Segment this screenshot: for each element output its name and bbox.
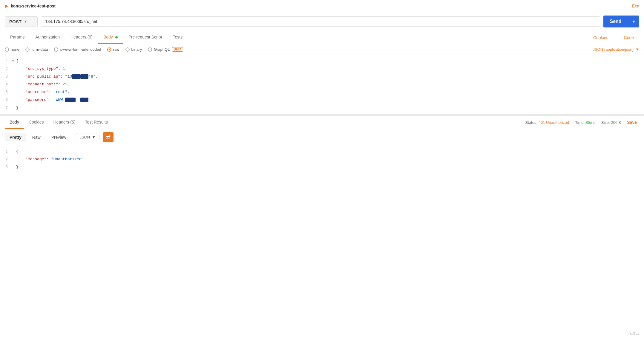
- send-dropdown-arrow[interactable]: ▼: [628, 19, 639, 24]
- response-tabs: Body Cookies Headers (5) Test Results St…: [0, 116, 644, 129]
- request-row: POST ▼ Send ▼: [0, 12, 644, 31]
- request-tabs: Params Authorization Headers (9) Body Pr…: [0, 31, 644, 44]
- radio-urlencoded: [54, 47, 58, 52]
- response-body-code: 1 { 2 "message": "Unauthorized" 3 }: [0, 145, 644, 173]
- tab-pre-request[interactable]: Pre-request Script: [123, 31, 168, 44]
- resp-code-line-2: 2 "message": "Unauthorized": [0, 155, 644, 163]
- response-area: Body Cookies Headers (5) Test Results St…: [0, 116, 644, 173]
- radio-none: [5, 47, 9, 52]
- body-type-raw[interactable]: raw: [107, 47, 119, 52]
- send-button[interactable]: Send ▼: [603, 16, 639, 27]
- tab-cookies-right[interactable]: Cookies: [588, 32, 614, 44]
- radio-form-data: [25, 47, 30, 52]
- method-dropdown-arrow: ▼: [24, 19, 27, 24]
- expand-icon[interactable]: ▶: [5, 3, 8, 9]
- time-label: Time: 85ms: [575, 120, 595, 125]
- url-input[interactable]: [41, 16, 600, 27]
- tab-body[interactable]: Body: [98, 31, 123, 44]
- resp-tab-cookies[interactable]: Cookies: [24, 116, 49, 129]
- json-selector[interactable]: JSON (application/json) ▼: [593, 47, 639, 52]
- status-label: Status: 401 Unauthorized: [525, 120, 569, 125]
- status-value: 401 Unauthorized: [539, 120, 569, 125]
- resp-code-line-3: 3 }: [0, 163, 644, 171]
- resp-tab-headers[interactable]: Headers (5): [49, 116, 80, 129]
- tab-params[interactable]: Params: [5, 31, 30, 44]
- method-select[interactable]: POST ▼: [5, 16, 38, 27]
- size-value: 206 B: [611, 120, 621, 125]
- tab-authorization[interactable]: Authorization: [30, 31, 65, 44]
- request-title: kong-service-test-post: [11, 4, 56, 8]
- code-line-2: 2 "src_sys_type": 1,: [0, 65, 644, 73]
- request-body-code[interactable]: 1 ▼ { 2 "src_sys_type": 1, 3 "src_public…: [0, 55, 644, 116]
- request-tabs-right: Cookies Code: [588, 32, 639, 44]
- tab-tests[interactable]: Tests: [168, 31, 188, 44]
- body-type-form-data[interactable]: form-data: [25, 47, 48, 52]
- body-type-binary[interactable]: binary: [125, 47, 142, 52]
- wrap-button[interactable]: ⇄: [103, 132, 114, 142]
- resp-tab-body[interactable]: Body: [5, 116, 24, 129]
- body-type-none[interactable]: none: [5, 47, 19, 52]
- body-type-row: none form-data x-www-form-urlencoded raw…: [0, 44, 644, 55]
- response-status-bar: Status: 401 Unauthorized Time: 85ms Size…: [525, 120, 639, 125]
- format-select[interactable]: JSON ▼: [76, 133, 100, 141]
- json-selector-arrow: ▼: [635, 47, 639, 52]
- wrap-icon: ⇄: [106, 134, 111, 141]
- body-type-graphql[interactable]: GraphQL BETA: [148, 47, 183, 52]
- radio-raw: [107, 47, 111, 52]
- top-bar: ▶ kong-service-test-post Exa: [0, 0, 644, 12]
- code-line-5: 5 "username": "root",: [0, 88, 644, 96]
- fmt-tab-preview[interactable]: Preview: [47, 133, 71, 141]
- resp-tab-test-results[interactable]: Test Results: [80, 116, 112, 129]
- response-format-bar: Pretty Raw Preview JSON ▼ ⇄: [0, 129, 644, 145]
- code-line-7: 7 }: [0, 104, 644, 112]
- resp-code-line-1: 1 {: [0, 148, 644, 155]
- code-line-1: 1 ▼ {: [0, 57, 644, 65]
- fold-arrow-1[interactable]: ▼: [12, 58, 16, 64]
- send-label: Send: [603, 18, 628, 25]
- tab-code-right[interactable]: Code: [619, 32, 639, 44]
- body-type-urlencoded[interactable]: x-www-form-urlencoded: [54, 47, 101, 52]
- fmt-tab-pretty[interactable]: Pretty: [5, 133, 26, 141]
- body-active-dot: [115, 36, 118, 38]
- code-line-6: 6 "password": "WWW.____ com": [0, 96, 644, 104]
- save-button[interactable]: Save: [627, 120, 637, 125]
- code-line-4: 4 "connect_port": 22,: [0, 81, 644, 88]
- beta-badge: BETA: [172, 47, 183, 52]
- method-label: POST: [9, 19, 22, 24]
- radio-graphql: [148, 47, 152, 52]
- code-line-3: 3 "src_public_ip": "134.175.48",: [0, 73, 644, 81]
- fmt-tab-raw[interactable]: Raw: [27, 133, 45, 141]
- top-bar-right-label: Exa: [632, 4, 639, 8]
- time-value: 85ms: [586, 120, 595, 125]
- tab-headers[interactable]: Headers (9): [65, 31, 98, 44]
- size-label: Size: 206 B: [601, 120, 621, 125]
- radio-binary: [125, 47, 130, 52]
- format-select-arrow: ▼: [92, 135, 96, 139]
